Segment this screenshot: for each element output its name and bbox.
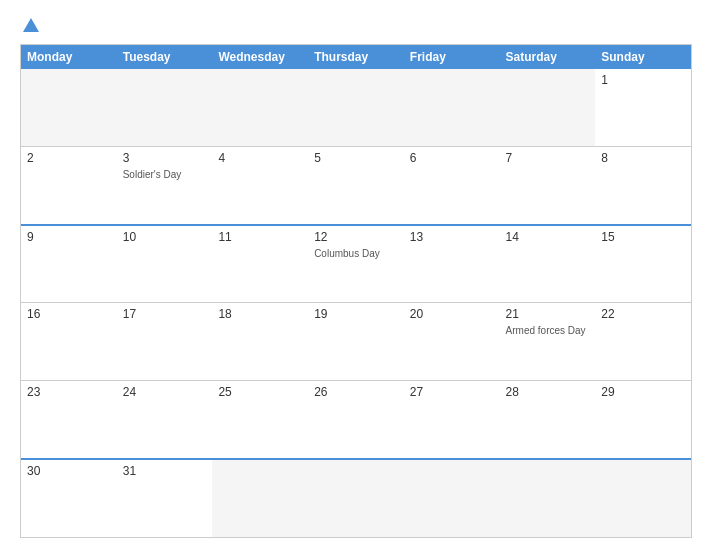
calendar-cell-number: 28 [506,385,590,399]
calendar-header-cell: Wednesday [212,45,308,69]
calendar-cell [404,460,500,537]
calendar-row: 9101112Columbus Day131415 [21,224,691,303]
calendar-cell-number: 10 [123,230,207,244]
calendar-row: 23242526272829 [21,380,691,458]
calendar-cell [404,69,500,146]
calendar-header-cell: Tuesday [117,45,213,69]
calendar-cell: 2 [21,147,117,224]
calendar-header-cell: Monday [21,45,117,69]
calendar-row: 161718192021Armed forces Day22 [21,302,691,380]
calendar-cell: 6 [404,147,500,224]
calendar-cell-number: 3 [123,151,207,165]
calendar-cell-number: 23 [27,385,111,399]
calendar-cell-number: 19 [314,307,398,321]
calendar-cell: 4 [212,147,308,224]
calendar-cell-number: 29 [601,385,685,399]
calendar-cell [500,460,596,537]
calendar-cell: 18 [212,303,308,380]
calendar-cell: 19 [308,303,404,380]
calendar-header-cell: Sunday [595,45,691,69]
calendar-cell: 16 [21,303,117,380]
calendar-cell-number: 12 [314,230,398,244]
calendar-cell-number: 9 [27,230,111,244]
calendar-cell-number: 13 [410,230,494,244]
calendar-row: 23Soldier's Day45678 [21,146,691,224]
calendar-row: 3031 [21,458,691,537]
calendar-cell: 7 [500,147,596,224]
calendar-cell: 24 [117,381,213,458]
calendar-cell: 20 [404,303,500,380]
calendar-cell: 17 [117,303,213,380]
calendar: MondayTuesdayWednesdayThursdayFridaySatu… [20,44,692,538]
calendar-cell [212,460,308,537]
calendar-cell-number: 30 [27,464,111,478]
calendar-header-cell: Friday [404,45,500,69]
calendar-cell-number: 27 [410,385,494,399]
calendar-cell-number: 4 [218,151,302,165]
calendar-cell: 21Armed forces Day [500,303,596,380]
calendar-cell-number: 6 [410,151,494,165]
calendar-cell: 14 [500,226,596,303]
calendar-cell-number: 31 [123,464,207,478]
calendar-cell-event: Soldier's Day [123,169,182,180]
calendar-cell: 9 [21,226,117,303]
calendar-cell-event: Armed forces Day [506,325,586,336]
calendar-cell-number: 14 [506,230,590,244]
calendar-header: MondayTuesdayWednesdayThursdayFridaySatu… [21,45,691,69]
calendar-body: 123Soldier's Day456789101112Columbus Day… [21,69,691,537]
calendar-cell [21,69,117,146]
calendar-cell-number: 24 [123,385,207,399]
calendar-cell: 13 [404,226,500,303]
calendar-cell: 30 [21,460,117,537]
calendar-cell: 15 [595,226,691,303]
header [20,18,692,34]
calendar-cell: 8 [595,147,691,224]
calendar-cell: 23 [21,381,117,458]
calendar-cell-number: 21 [506,307,590,321]
calendar-row: 1 [21,69,691,146]
calendar-cell [212,69,308,146]
page: MondayTuesdayWednesdayThursdayFridaySatu… [0,0,712,550]
calendar-cell-number: 2 [27,151,111,165]
calendar-cell-number: 1 [601,73,685,87]
calendar-cell [117,69,213,146]
calendar-cell-number: 5 [314,151,398,165]
calendar-cell [308,69,404,146]
calendar-cell: 12Columbus Day [308,226,404,303]
calendar-cell: 25 [212,381,308,458]
calendar-header-cell: Thursday [308,45,404,69]
calendar-cell: 28 [500,381,596,458]
calendar-cell: 26 [308,381,404,458]
calendar-cell [500,69,596,146]
calendar-cell: 11 [212,226,308,303]
calendar-cell-event: Columbus Day [314,248,380,259]
calendar-cell-number: 16 [27,307,111,321]
logo-triangle-icon [23,18,39,32]
calendar-cell-number: 25 [218,385,302,399]
calendar-cell [595,460,691,537]
calendar-cell: 3Soldier's Day [117,147,213,224]
calendar-cell: 10 [117,226,213,303]
calendar-cell-number: 20 [410,307,494,321]
calendar-cell: 31 [117,460,213,537]
calendar-cell-number: 22 [601,307,685,321]
calendar-header-cell: Saturday [500,45,596,69]
calendar-cell-number: 8 [601,151,685,165]
calendar-cell-number: 18 [218,307,302,321]
calendar-cell-number: 17 [123,307,207,321]
calendar-cell: 22 [595,303,691,380]
calendar-cell-number: 7 [506,151,590,165]
calendar-cell: 1 [595,69,691,146]
calendar-cell: 27 [404,381,500,458]
calendar-cell: 5 [308,147,404,224]
logo [20,18,43,34]
calendar-cell-number: 26 [314,385,398,399]
calendar-cell-number: 11 [218,230,302,244]
calendar-cell-number: 15 [601,230,685,244]
calendar-cell [308,460,404,537]
calendar-cell: 29 [595,381,691,458]
